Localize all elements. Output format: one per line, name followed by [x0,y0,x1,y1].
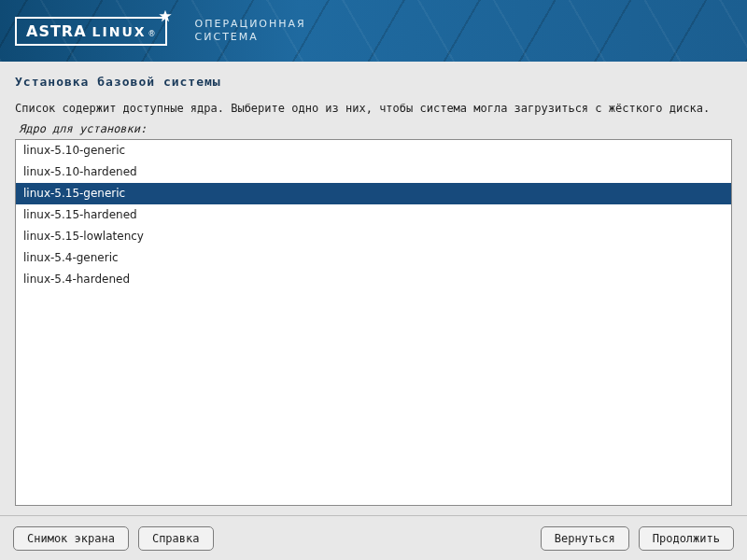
kernel-option[interactable]: linux-5.4-generic [16,247,731,269]
back-button[interactable]: Вернуться [541,526,629,551]
logo-text-sub: LINUX [92,24,147,39]
kernel-option[interactable]: linux-5.15-generic [16,183,731,204]
kernel-option[interactable]: linux-5.10-hardened [16,161,731,183]
star-icon [158,9,173,24]
installer-footer: Снимок экрана Справка Вернуться Продолжи… [0,515,747,560]
tagline-line1: ОПЕРАЦИОННАЯ [195,18,306,31]
section-title: Установка базовой системы [15,75,732,89]
registered-mark: ® [148,30,156,38]
kernel-option[interactable]: linux-5.15-hardened [16,204,731,226]
help-button[interactable]: Справка [138,526,214,551]
continue-button[interactable]: Продолжить [639,526,734,551]
screenshot-button[interactable]: Снимок экрана [13,526,129,551]
installer-header: ASTRA LINUX ® ОПЕРАЦИОННАЯ СИСТЕМА [0,0,747,62]
kernel-option[interactable]: linux-5.4-hardened [16,269,731,290]
svg-marker-0 [159,9,171,21]
kernel-option[interactable]: linux-5.10-generic [16,140,731,161]
kernel-option[interactable]: linux-5.15-lowlatency [16,226,731,247]
logo-text-main: ASTRA [26,22,87,40]
instruction-text: Список содержит доступные ядра. Выберите… [15,102,732,115]
astra-linux-logo: ASTRA LINUX ® [15,17,167,46]
kernel-field-label: Ядро для установки: [19,122,732,135]
header-tagline: ОПЕРАЦИОННАЯ СИСТЕМА [195,18,306,44]
installer-main: Установка базовой системы Список содержи… [0,62,747,515]
kernel-listbox[interactable]: linux-5.10-genericlinux-5.10-hardenedlin… [15,139,732,506]
tagline-line2: СИСТЕМА [195,31,306,44]
